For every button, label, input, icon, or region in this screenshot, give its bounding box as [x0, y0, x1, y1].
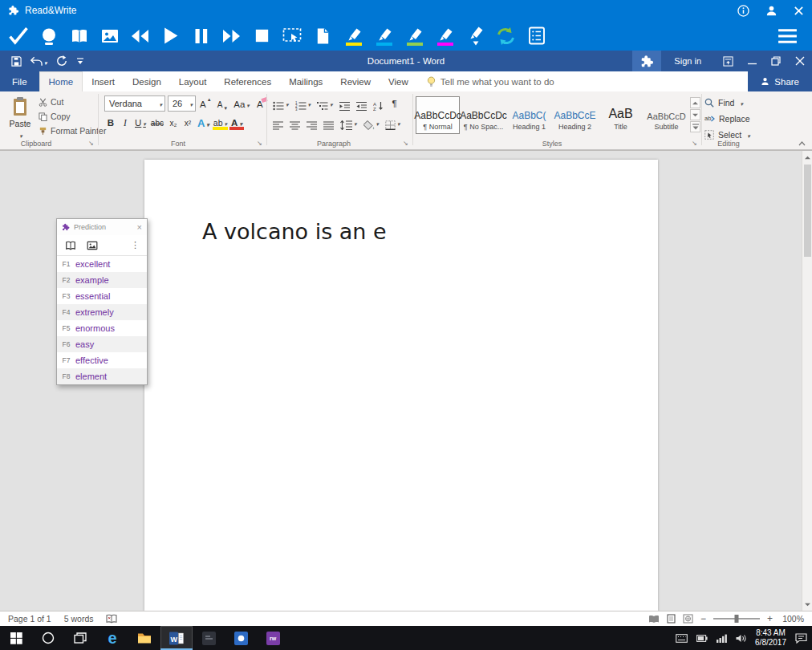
- zoom-percentage[interactable]: 100%: [780, 614, 804, 624]
- check-icon[interactable]: [6, 23, 30, 48]
- styles-scroll-up-button[interactable]: [690, 97, 700, 108]
- text-effects-button[interactable]: A: [196, 115, 211, 130]
- customize-qat-icon[interactable]: [76, 57, 84, 65]
- redo-button[interactable]: [56, 55, 67, 67]
- vocabulary-icon[interactable]: [494, 23, 518, 48]
- multilevel-list-button[interactable]: [315, 95, 335, 111]
- ribbon-display-options-icon[interactable]: [716, 51, 740, 71]
- file-explorer-icon[interactable]: [128, 626, 160, 650]
- readwrite-app-icon[interactable]: [257, 626, 289, 650]
- clipboard-dialog-launcher[interactable]: ↘: [88, 140, 94, 147]
- prediction-item[interactable]: F8element: [57, 368, 147, 384]
- prediction-icon[interactable]: [37, 23, 60, 48]
- scroll-up-arrow[interactable]: [802, 152, 812, 163]
- prediction-picture-icon[interactable]: [86, 240, 99, 251]
- screenshot-reader-icon[interactable]: [281, 23, 304, 48]
- save-button[interactable]: [11, 56, 22, 67]
- subscript-button[interactable]: x₂: [167, 115, 180, 130]
- app-icon-dark[interactable]: [193, 626, 225, 650]
- bold-button[interactable]: B: [104, 115, 117, 130]
- prediction-titlebar[interactable]: Prediction: [57, 219, 147, 235]
- clear-formatting-button[interactable]: A: [254, 96, 266, 112]
- highlight-color-button[interactable]: ab: [213, 115, 228, 130]
- document-page[interactable]: A volcano is an e: [144, 160, 658, 611]
- zoom-in-button[interactable]: +: [767, 613, 773, 624]
- cortana-button[interactable]: [32, 626, 64, 650]
- menu-icon[interactable]: [776, 23, 799, 48]
- audio-maker-icon[interactable]: [311, 23, 335, 48]
- tab-insert[interactable]: Insert: [83, 71, 124, 91]
- account-icon[interactable]: [765, 5, 777, 17]
- zoom-slider-thumb[interactable]: [734, 615, 738, 623]
- prediction-item[interactable]: F2example: [57, 272, 147, 288]
- style-heading-2[interactable]: AaBbCcEHeading 2: [553, 96, 597, 134]
- vertical-scrollbar[interactable]: [802, 151, 812, 611]
- change-case-button[interactable]: Aa: [232, 96, 251, 112]
- tab-design[interactable]: Design: [124, 71, 170, 91]
- play-icon[interactable]: [159, 23, 182, 48]
- collect-highlights-icon[interactable]: [464, 23, 487, 48]
- close-word-button[interactable]: [788, 51, 812, 71]
- prediction-item[interactable]: F3essential: [57, 288, 147, 304]
- format-painter-button[interactable]: Format Painter: [39, 125, 106, 136]
- start-button[interactable]: [0, 626, 32, 650]
- prediction-menu-icon[interactable]: [131, 240, 140, 250]
- sort-button[interactable]: AZ: [371, 95, 385, 111]
- cut-button[interactable]: Cut: [39, 96, 106, 108]
- page-indicator[interactable]: Page 1 of 1: [8, 614, 51, 624]
- scroll-down-arrow[interactable]: [802, 599, 812, 610]
- strikethrough-button[interactable]: abc: [149, 115, 165, 130]
- align-left-button[interactable]: [271, 115, 285, 130]
- prediction-dictionary-icon[interactable]: [64, 240, 77, 251]
- prediction-item[interactable]: F5enormous: [57, 320, 147, 336]
- close-readwrite-icon[interactable]: [794, 6, 804, 16]
- web-layout-button[interactable]: [683, 614, 693, 624]
- shading-button[interactable]: [362, 115, 381, 130]
- highlighter-yellow-icon[interactable]: [342, 23, 365, 48]
- line-spacing-button[interactable]: [339, 115, 359, 130]
- increase-indent-button[interactable]: [355, 95, 368, 111]
- tab-references[interactable]: References: [215, 71, 280, 91]
- align-right-button[interactable]: [305, 115, 319, 130]
- bullets-button[interactable]: [271, 95, 290, 111]
- zoom-out-button[interactable]: −: [700, 613, 706, 624]
- action-center-icon[interactable]: [795, 633, 807, 644]
- superscript-button[interactable]: x²: [181, 115, 194, 130]
- battery-icon[interactable]: [696, 635, 708, 642]
- select-button[interactable]: Select: [704, 128, 750, 140]
- font-color-button[interactable]: A: [229, 115, 244, 130]
- find-button[interactable]: Find: [704, 96, 750, 108]
- volume-icon[interactable]: [736, 634, 746, 643]
- undo-button[interactable]: [30, 54, 47, 68]
- task-view-button[interactable]: [64, 626, 96, 650]
- sign-in-link[interactable]: Sign in: [674, 56, 701, 66]
- styles-scroll-down-button[interactable]: [690, 109, 700, 120]
- highlighter-pink-icon[interactable]: [433, 23, 457, 48]
- app-icon-blue[interactable]: [225, 626, 257, 650]
- prediction-item[interactable]: F4extremely: [57, 304, 147, 320]
- justify-button[interactable]: [322, 115, 335, 130]
- tell-me-box[interactable]: Tell me what you want to do: [417, 71, 564, 91]
- decrease-indent-button[interactable]: [338, 95, 351, 111]
- picture-dictionary-icon[interactable]: [98, 23, 121, 48]
- fast-forward-icon[interactable]: [220, 23, 243, 48]
- align-center-button[interactable]: [288, 115, 302, 130]
- prediction-item[interactable]: F7effective: [57, 352, 147, 368]
- copy-button[interactable]: Copy: [39, 111, 106, 122]
- show-paragraph-marks-button[interactable]: ¶: [388, 95, 401, 111]
- numbering-button[interactable]: 123: [294, 95, 313, 111]
- tab-mailings[interactable]: Mailings: [280, 71, 331, 91]
- paste-button[interactable]: Paste: [5, 95, 35, 140]
- font-dialog-launcher[interactable]: ↘: [257, 140, 262, 147]
- style-normal[interactable]: AaBbCcDc¶ Normal: [416, 96, 460, 134]
- grow-font-button[interactable]: A▲: [198, 96, 213, 112]
- prediction-item[interactable]: F1excellent: [57, 256, 147, 272]
- share-button[interactable]: Share: [748, 71, 812, 91]
- highlighter-green-icon[interactable]: [403, 23, 426, 48]
- styles-more-button[interactable]: [690, 121, 700, 132]
- highlighter-cyan-icon[interactable]: [372, 23, 396, 48]
- replace-button[interactable]: abReplace: [704, 112, 750, 124]
- document-text[interactable]: A volcano is an e: [202, 219, 387, 244]
- touch-keyboard-icon[interactable]: [676, 634, 688, 643]
- minimize-button[interactable]: [740, 51, 764, 71]
